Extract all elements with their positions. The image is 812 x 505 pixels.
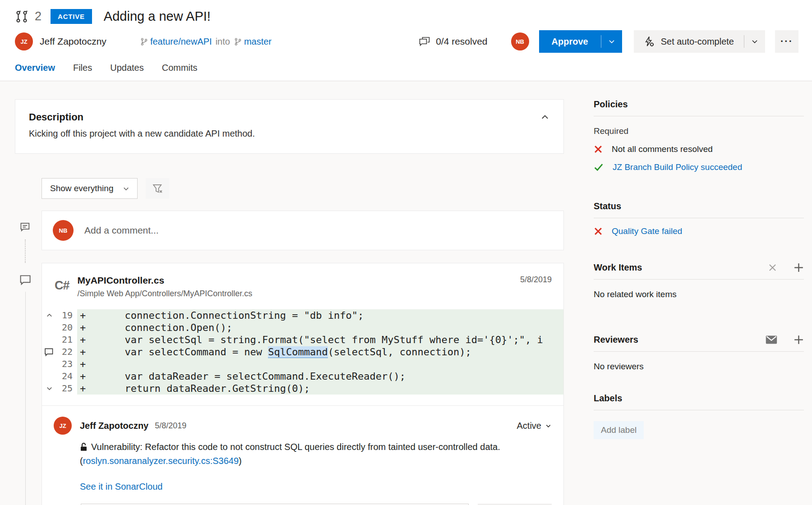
line-number: 25 (56, 382, 73, 395)
file-header: C# MyAPIController.cs /Simple Web App/Co… (42, 263, 563, 306)
pr-title-row: 2 ACTIVE Adding a new API! (15, 9, 798, 24)
comment-bubble-icon[interactable] (19, 274, 32, 286)
current-user-avatar[interactable]: NB (511, 32, 529, 50)
add-comment-card[interactable]: NB Add a comment... (42, 211, 564, 250)
collapse-description-icon[interactable] (540, 112, 550, 122)
thread-connector-line (25, 292, 26, 505)
thread-status-dropdown[interactable]: Active (517, 421, 552, 431)
code-diff: 19+ connection.ConnectionString = "db in… (42, 309, 563, 395)
tab-bar: OverviewFilesUpdatesCommits (15, 63, 798, 79)
clear-filter-button[interactable] (146, 178, 169, 199)
description-body: Kicking off this project with a new cand… (29, 129, 550, 139)
highlighted-symbol[interactable]: SqlCommand (268, 346, 328, 358)
auto-complete-dropdown-caret[interactable] (744, 37, 765, 46)
chevron-down-icon (122, 185, 130, 193)
added-line-sign: + (77, 334, 89, 345)
page-title: Adding a new API! (104, 9, 211, 24)
current-user-avatar: NB (53, 220, 74, 241)
reviewers-title: Reviewers (594, 335, 804, 352)
content-column: Description Kicking off this project wit… (15, 99, 564, 505)
line-number: 22 (56, 346, 73, 358)
tab-commits[interactable]: Commits (162, 63, 198, 79)
discussion-area: Show everything NB Add a comment... (15, 178, 564, 505)
comment-body: Vulnerability: Refactor this code to not… (80, 440, 531, 468)
set-auto-complete-button[interactable]: Set auto-complete (634, 30, 765, 53)
discussion-stream: Show everything NB Add a comment... (42, 178, 564, 505)
sidebar: Policies Required Not all comments resol… (594, 99, 804, 505)
tab-overview[interactable]: Overview (15, 63, 55, 79)
gutter-spacer (42, 358, 56, 370)
reviewers-section: Reviewers No reviewers (594, 335, 804, 372)
policy-text: Not all comments resolved (612, 144, 713, 154)
line-number: 21 (56, 334, 73, 346)
thread-rail (15, 178, 42, 505)
code-line: + (77, 358, 563, 370)
passed-policy-item: JZ Branch Build Policy succeeded (594, 162, 804, 172)
added-line-sign: + (77, 358, 89, 370)
line-number: 19 (56, 309, 73, 321)
failed-policy-item: Quality Gate failed (594, 226, 804, 236)
code-line: + var dataReader = selectCommand.Execute… (77, 370, 563, 382)
code-line: + var selectCommand = new SqlCommand(sel… (77, 346, 563, 358)
collapse-up-icon[interactable] (42, 309, 56, 321)
comment-marker-icon[interactable] (20, 221, 32, 233)
reviewers-empty: No reviewers (594, 362, 804, 372)
description-title: Description (29, 111, 550, 123)
main-area: Description Kicking off this project wit… (0, 81, 812, 505)
branch-icon (140, 37, 148, 46)
comment-thread: JZ Jeff Zapotoczny 5/8/2019 Active (42, 405, 563, 505)
vulnerability-lock-icon (80, 442, 88, 451)
diff-line-25: 25+ return dataReader.GetString(0); (42, 382, 563, 395)
source-branch-link[interactable]: feature/newAPI (150, 37, 212, 47)
branch-icon (234, 37, 242, 46)
tab-files[interactable]: Files (73, 63, 92, 79)
status-title: Status (594, 201, 804, 218)
required-label: Required (594, 126, 804, 136)
code-line: + var selectSql = string.Format("select … (77, 334, 563, 346)
diff-line-19: 19+ connection.ConnectionString = "db in… (42, 309, 563, 321)
gutter-spacer (42, 321, 56, 334)
more-options-button[interactable]: ··· (775, 30, 798, 53)
see-in-sonarcloud-link[interactable]: See it in SonarCloud (80, 482, 162, 492)
target-branch-link[interactable]: master (244, 37, 272, 47)
code-line: + return dataReader.GetString(0); (77, 382, 563, 395)
file-name[interactable]: MyAPIController.cs (78, 275, 253, 286)
diff-line-23: 23+ (42, 358, 563, 370)
thread-header: JZ Jeff Zapotoczny 5/8/2019 Active (54, 417, 552, 435)
description-card: Description Kicking off this project wit… (15, 99, 564, 154)
code-line: + connection.Open(); (77, 321, 563, 334)
diff-line-20: 20+ connection.Open(); (42, 321, 563, 334)
approve-button[interactable]: Approve (539, 30, 622, 53)
show-everything-dropdown[interactable]: Show everything (42, 178, 138, 199)
collapse-down-icon[interactable] (42, 382, 56, 395)
approve-dropdown-caret[interactable] (601, 37, 622, 46)
pr-meta-row: JZ Jeff Zapotoczny feature/newAPI into m… (15, 30, 798, 53)
added-line-sign: + (77, 383, 89, 394)
work-items-empty: No related work items (594, 289, 804, 299)
status-section: Status Quality Gate failed (594, 201, 804, 236)
csharp-file-icon: C# (55, 279, 69, 298)
add-label-button[interactable]: Add label (594, 421, 644, 439)
policies-section: Policies Required Not all comments resol… (594, 99, 804, 172)
file-path: /Simple Web App/Controllers/MyAPIControl… (78, 289, 253, 298)
fail-x-icon (594, 145, 603, 154)
thread-connector-dashed (25, 239, 26, 263)
branch-info: feature/newAPI into master (140, 37, 272, 47)
policy-text[interactable]: JZ Branch Build Policy succeeded (613, 162, 742, 172)
line-number: 23 (56, 358, 73, 370)
added-line-sign: + (77, 322, 89, 333)
add-comment-input[interactable]: Add a comment... (84, 225, 159, 236)
line-comment-icon[interactable] (42, 346, 56, 358)
added-line-sign: + (77, 371, 89, 382)
resolved-count: 0/4 resolved (419, 36, 487, 47)
file-diff-card: C# MyAPIController.cs /Simple Web App/Co… (42, 263, 564, 505)
add-work-item-icon[interactable] (794, 262, 804, 273)
line-number: 24 (56, 370, 73, 382)
policy-text[interactable]: Quality Gate failed (612, 226, 682, 236)
clear-work-items-icon[interactable] (768, 263, 777, 272)
add-reviewer-icon[interactable] (794, 335, 804, 345)
notify-reviewers-icon[interactable] (766, 335, 777, 344)
commenter-name: Jeff Zapotoczny (80, 421, 148, 431)
sonar-rule-link[interactable]: roslyn.sonaranalyzer.security.cs:S3649 (83, 456, 239, 466)
tab-updates[interactable]: Updates (110, 63, 144, 79)
